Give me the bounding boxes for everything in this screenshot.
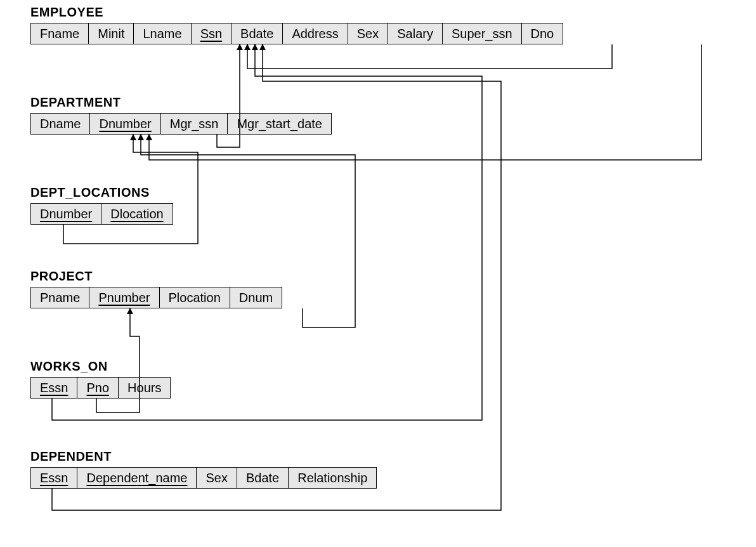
project-attr-pname: Pname <box>30 287 89 308</box>
project-attr-dnum: Dnum <box>230 287 282 308</box>
dependent-attr-relationship: Relationship <box>288 467 377 489</box>
dependent-attr-essn: Essn <box>30 467 77 489</box>
employee-attr-address: Address <box>282 23 348 44</box>
workson-attr-pno: Pno <box>77 377 119 399</box>
employee-attr-dno: Dno <box>521 23 564 44</box>
fk-arrows <box>0 0 756 547</box>
project-row: Pname Pnumber Plocation Dnum <box>30 287 282 308</box>
employee-attr-superssn: Super_ssn <box>442 23 522 44</box>
fk-dno-to-dnumber <box>149 44 701 160</box>
department-title: DEPARTMENT <box>30 95 121 110</box>
employee-attr-sex: Sex <box>348 23 388 44</box>
department-attr-dname: Dname <box>30 113 90 135</box>
project-title: PROJECT <box>30 269 93 284</box>
workson-attr-essn: Essn <box>30 377 77 399</box>
dependent-attr-name: Dependent_name <box>77 467 197 489</box>
employee-title: EMPLOYEE <box>30 5 103 20</box>
employee-row: Fname Minit Lname Ssn Bdate Address Sex … <box>30 23 563 44</box>
employee-attr-salary: Salary <box>388 23 443 44</box>
employee-attr-fname: Fname <box>30 23 89 44</box>
deptlocations-row: Dnumber Dlocation <box>30 203 173 225</box>
department-attr-mgrstartdate: Mgr_start_date <box>227 113 332 135</box>
dependent-title: DEPENDENT <box>30 449 112 464</box>
department-attr-dnumber: Dnumber <box>89 113 160 135</box>
deptlocations-attr-dnumber: Dnumber <box>30 203 101 225</box>
dependent-attr-sex: Sex <box>196 467 237 489</box>
workson-attr-hours: Hours <box>118 377 171 399</box>
employee-attr-minit: Minit <box>88 23 134 44</box>
dependent-row: Essn Dependent_name Sex Bdate Relationsh… <box>30 467 377 489</box>
project-attr-pnumber: Pnumber <box>89 287 159 308</box>
employee-attr-lname: Lname <box>133 23 191 44</box>
employee-attr-ssn: Ssn <box>191 23 231 44</box>
workson-title: WORKS_ON <box>30 359 108 374</box>
department-row: Dname Dnumber Mgr_ssn Mgr_start_date <box>30 113 332 135</box>
workson-row: Essn Pno Hours <box>30 377 171 399</box>
employee-attr-bdate: Bdate <box>231 23 283 44</box>
schema-diagram: EMPLOYEE Fname Minit Lname Ssn Bdate Add… <box>0 0 756 547</box>
project-attr-plocation: Plocation <box>159 287 230 308</box>
deptlocations-attr-dlocation: Dlocation <box>101 203 173 225</box>
deptlocations-title: DEPT_LOCATIONS <box>30 185 150 200</box>
dependent-attr-bdate: Bdate <box>237 467 289 489</box>
fk-superssn-to-ssn <box>247 44 612 69</box>
department-attr-mgrssn: Mgr_ssn <box>160 113 228 135</box>
